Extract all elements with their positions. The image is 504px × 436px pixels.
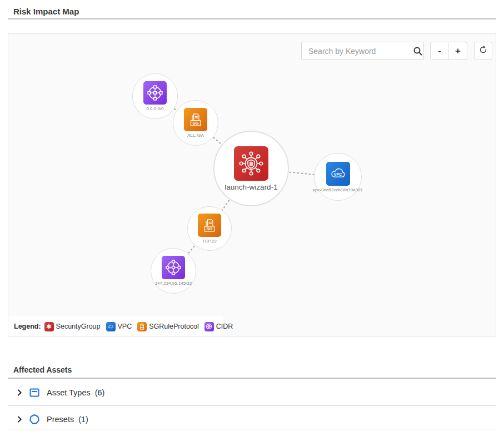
legend-item-security-group: SecurityGroup (44, 322, 101, 331)
affected-assets-divider (8, 378, 496, 379)
title-divider (8, 18, 496, 19)
node-label: ALL.N/A (187, 133, 204, 138)
risk-impact-page: Risk Impact Map - + (0, 0, 504, 436)
asset-row-count: (1) (78, 415, 88, 424)
security-group-legend-icon (44, 322, 54, 331)
node-cidr-0000[interactable]: 0.0.0.0/0 (132, 73, 178, 119)
asset-types-icon (29, 387, 40, 398)
row-divider (8, 429, 496, 429)
sg-badge: SG (206, 226, 212, 231)
node-cidr-147[interactable]: 147.234.95.145/32 (151, 248, 196, 294)
legend-title: Legend: (14, 323, 41, 330)
page-title: Risk Impact Map (13, 7, 79, 16)
sg-badge: SG (192, 121, 198, 126)
node-sgrule-tcp22[interactable]: SG TCP.22 (187, 206, 232, 251)
legend-item-vpc: VPC (106, 322, 132, 331)
node-label: vpc-0da52ccb18b10a301 (313, 187, 363, 192)
vpc-badge: VPC (334, 172, 342, 176)
node-security-group[interactable]: launch-wizard-1 (213, 131, 289, 206)
affected-assets-title: Affected Assets (13, 365, 72, 374)
node-label: TCP.22 (202, 239, 217, 244)
sg-rule-legend-icon (137, 322, 147, 331)
node-vpc[interactable]: VPC vpc-0da52ccb18b10a301 (314, 153, 362, 201)
node-sgrule-all[interactable]: SG ALL.N/A (173, 100, 218, 146)
chevron-right-icon[interactable] (15, 415, 24, 424)
node-label: 147.234.95.145/32 (155, 281, 192, 286)
risk-impact-map-canvas[interactable]: - + (8, 33, 496, 337)
cidr-legend-icon (204, 322, 214, 331)
vpc-icon: VPC (326, 162, 350, 186)
sg-rule-protocol-icon: SG (198, 214, 221, 237)
asset-row-count: (6) (95, 388, 105, 397)
asset-row-label: Presets (47, 415, 74, 424)
cidr-icon (143, 81, 167, 105)
legend-bar: Legend: SecurityGroup VPC (8, 316, 223, 336)
sg-rule-protocol-icon: SG (184, 108, 207, 131)
asset-types-row[interactable]: Asset Types (6) (8, 379, 496, 406)
node-label: launch-wizard-1 (224, 183, 277, 191)
security-group-icon (234, 146, 268, 181)
node-label: 0.0.0.0/0 (146, 106, 163, 111)
asset-row-label: Asset Types (47, 388, 91, 397)
cidr-icon (162, 256, 185, 279)
chevron-right-icon[interactable] (15, 388, 24, 397)
legend-item-sgruleprotocol: SGRuleProtocol (137, 322, 199, 331)
presets-icon (29, 414, 40, 425)
vpc-legend-icon (106, 322, 116, 331)
legend-item-cidr: CIDR (204, 322, 233, 331)
